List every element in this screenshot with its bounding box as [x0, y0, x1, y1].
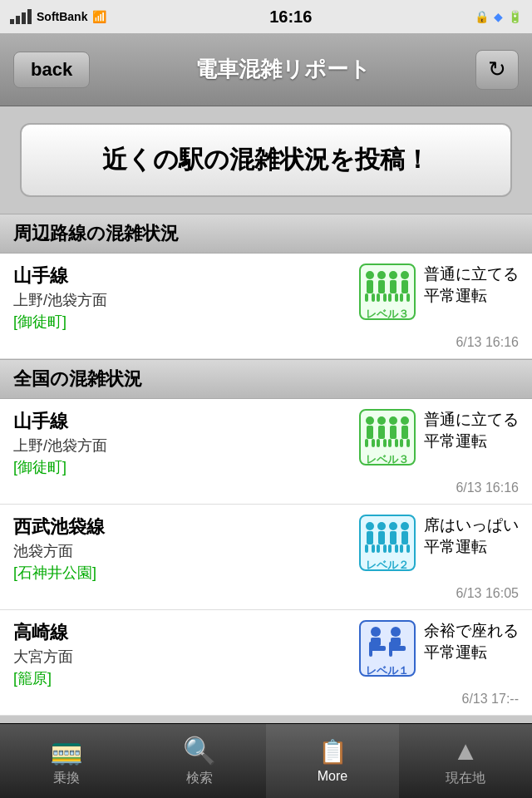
tab-transfer[interactable]: 🚃 乗換 — [0, 724, 133, 798]
crowd-status: 席はいっぱい 平常運転 — [424, 515, 519, 558]
lock-icon: 🔒 — [475, 10, 489, 23]
train-name: 高崎線 — [13, 620, 359, 645]
more-icon: 📋 — [318, 738, 347, 766]
train-row: 西武池袋線 池袋方面 [石神井公園] — [0, 505, 532, 610]
train-row-inner: 西武池袋線 池袋方面 [石神井公園] — [0, 505, 532, 583]
train-right: レベル３ 普通に立てる 平常運転 — [359, 409, 519, 466]
svg-point-48 — [371, 627, 381, 637]
svg-rect-30 — [400, 439, 403, 447]
svg-point-28 — [401, 416, 409, 425]
svg-rect-22 — [377, 439, 380, 447]
svg-rect-23 — [383, 439, 387, 447]
svg-rect-21 — [378, 426, 385, 439]
tab-search-label: 検索 — [186, 770, 213, 787]
train-row-inner: 山手線 上野/池袋方面 [御徒町] — [0, 399, 532, 477]
svg-rect-55 — [389, 642, 392, 657]
section-header-nearby: 周辺路線の混雑状況 — [0, 214, 532, 254]
train-right: レベル１ 余裕で座れる 平常運転 — [359, 620, 519, 677]
train-station: [籠原] — [13, 668, 359, 688]
train-name: 山手線 — [13, 409, 359, 434]
svg-point-0 — [366, 271, 374, 279]
train-direction: 池袋方面 — [13, 541, 359, 561]
back-button[interactable]: back — [13, 52, 90, 88]
nav-bar: back 電車混雑リポート ↻ — [0, 33, 532, 106]
train-name: 山手線 — [13, 264, 359, 288]
level-icon: レベル１ — [359, 620, 416, 677]
svg-rect-13 — [401, 280, 408, 293]
train-station: [石神井公園] — [13, 563, 359, 583]
tab-transfer-label: 乗換 — [53, 770, 80, 787]
level-icon: レベル２ — [359, 515, 416, 571]
nav-title: 電車混雑リポート — [195, 55, 371, 84]
svg-point-12 — [401, 271, 409, 279]
level-icon: レベル３ — [359, 409, 416, 466]
main-content: 近くの駅の混雑状況を投稿！ 周辺路線の混雑状況 山手線 上野/池袋方面 [御徒町… — [0, 106, 532, 740]
svg-point-44 — [401, 522, 409, 530]
svg-rect-42 — [388, 544, 392, 553]
refresh-button[interactable]: ↻ — [475, 50, 519, 90]
status-right: 🔒 ◆ 🔋 — [475, 10, 522, 23]
svg-point-8 — [389, 271, 397, 279]
svg-rect-37 — [378, 531, 385, 544]
tab-search[interactable]: 🔍 検索 — [133, 724, 266, 798]
train-direction: 大宮方面 — [13, 647, 359, 667]
svg-rect-15 — [406, 293, 410, 302]
level-label: レベル１ — [366, 663, 409, 678]
svg-rect-47 — [406, 544, 410, 553]
post-button[interactable]: 近くの駅の混雑状況を投稿！ — [20, 123, 512, 197]
train-timestamp: 6/13 17:-- — [0, 688, 532, 715]
train-info: 高崎線 大宮方面 [籠原] — [13, 620, 359, 688]
svg-rect-9 — [390, 280, 397, 293]
svg-rect-38 — [377, 544, 380, 553]
section-header-national: 全国の混雑状況 — [0, 359, 532, 399]
svg-point-24 — [389, 416, 397, 425]
svg-rect-43 — [395, 544, 398, 553]
crowd-status: 普通に立てる 平常運転 — [424, 264, 519, 307]
post-btn-container: 近くの駅の混雑状況を投稿！ — [0, 106, 532, 214]
search-icon: 🔍 — [183, 735, 216, 766]
svg-rect-19 — [372, 439, 375, 447]
crowd-status: 普通に立てる 平常運転 — [424, 409, 519, 452]
svg-rect-18 — [365, 439, 368, 447]
tab-location[interactable]: ▲ 現在地 — [399, 724, 532, 798]
svg-rect-31 — [406, 439, 410, 447]
level-label: レベル２ — [366, 558, 409, 573]
train-direction: 上野/池袋方面 — [13, 436, 359, 456]
crowd-status: 余裕で座れる 平常運転 — [424, 620, 519, 663]
congestion-block: レベル２ 席はいっぱい 平常運転 — [359, 515, 519, 571]
crowd-figures — [364, 520, 411, 556]
svg-rect-17 — [367, 426, 373, 439]
svg-point-36 — [377, 522, 386, 530]
svg-rect-50 — [371, 646, 386, 651]
crowd-figures — [364, 414, 411, 451]
svg-rect-27 — [395, 439, 398, 447]
train-info: 山手線 上野/池袋方面 [御徒町] — [13, 264, 359, 332]
train-timestamp: 6/13 16:16 — [0, 332, 532, 358]
level-icon-green: レベル３ — [359, 264, 416, 320]
svg-rect-41 — [390, 531, 397, 544]
svg-point-20 — [377, 416, 386, 425]
train-right: レベル３ 普通に立てる 平常運転 — [359, 264, 519, 320]
svg-point-40 — [389, 522, 397, 530]
train-timestamp: 6/13 16:16 — [0, 477, 532, 504]
level-label: レベル３ — [366, 452, 409, 467]
svg-point-4 — [377, 271, 386, 279]
svg-rect-10 — [388, 293, 392, 302]
svg-rect-5 — [378, 280, 385, 293]
train-right: レベル２ 席はいっぱい 平常運転 — [359, 515, 519, 571]
tab-location-label: 現在地 — [446, 770, 485, 787]
congestion-block: レベル３ 普通に立てる 平常運転 — [359, 264, 519, 320]
svg-rect-11 — [395, 293, 398, 302]
svg-rect-45 — [401, 531, 408, 544]
train-row: 山手線 上野/池袋方面 [御徒町] — [0, 254, 532, 359]
svg-rect-1 — [367, 280, 373, 293]
svg-rect-2 — [365, 293, 368, 302]
status-bar: SoftBank 📶 16:16 🔒 ◆ 🔋 — [0, 0, 532, 33]
svg-rect-29 — [401, 426, 408, 439]
train-station: [御徒町] — [13, 457, 359, 477]
train-info: 西武池袋線 池袋方面 [石神井公園] — [13, 515, 359, 583]
tab-more[interactable]: 📋 More — [266, 724, 399, 798]
gps-icon: ◆ — [494, 10, 503, 23]
svg-rect-3 — [372, 293, 375, 302]
svg-rect-33 — [367, 531, 373, 544]
